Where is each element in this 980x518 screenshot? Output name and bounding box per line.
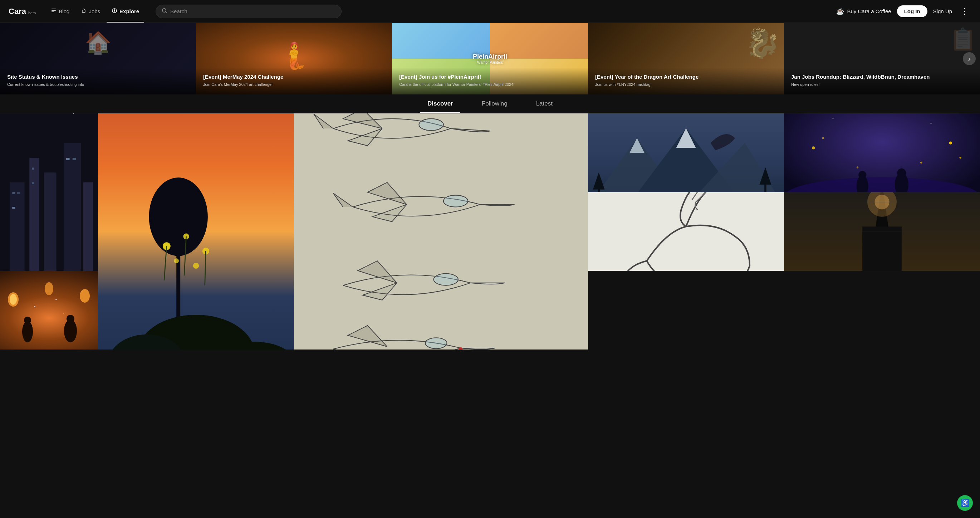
banner-card-jan-jobs[interactable]: 📋 Jan Jobs Roundup: Blizzard, WildbBrain… xyxy=(784,23,980,94)
banner-card-dragon[interactable]: 🐉 [Event] Year of the Dragon Art Challen… xyxy=(588,23,784,94)
svg-point-95 xyxy=(45,282,53,295)
banner-card-mermay[interactable]: 🧜 [Event] MerMay 2024 Challenge Join Car… xyxy=(196,23,392,94)
svg-point-64 xyxy=(959,157,961,158)
artwork-floral-sunset[interactable] xyxy=(98,113,294,349)
svg-point-5 xyxy=(114,10,115,11)
signup-button[interactable]: Sign Up xyxy=(933,8,952,14)
more-options-button[interactable]: ⋮ xyxy=(958,5,971,18)
tab-latest[interactable]: Latest xyxy=(522,94,567,113)
site-logo[interactable]: Carabeta xyxy=(9,7,36,16)
svg-rect-3 xyxy=(82,10,85,13)
svg-rect-20 xyxy=(73,158,76,160)
svg-point-99 xyxy=(56,299,57,300)
svg-rect-12 xyxy=(64,143,81,271)
svg-rect-11 xyxy=(44,172,56,271)
svg-point-71 xyxy=(833,118,834,119)
banner-card-title: [Event] MerMay 2024 Challenge xyxy=(203,73,385,80)
svg-point-65 xyxy=(857,166,858,168)
svg-point-42 xyxy=(419,119,444,131)
navbar: Carabeta Blog Jobs Explore ☕ xyxy=(0,0,980,23)
nav-jobs[interactable]: Jobs xyxy=(76,5,105,18)
banner-card-pleinairpril[interactable]: PleinAirpril Warrior Painters [Event] Jo… xyxy=(392,23,588,94)
artwork-horse-sketch[interactable] xyxy=(588,192,784,271)
svg-point-73 xyxy=(931,123,932,124)
svg-point-92 xyxy=(67,315,75,323)
nav-links: Blog Jobs Explore xyxy=(46,5,144,18)
nav-explore[interactable]: Explore xyxy=(107,5,144,18)
artwork-purple-scene[interactable] xyxy=(784,113,980,192)
blog-icon xyxy=(51,8,57,15)
tab-discover[interactable]: Discover xyxy=(413,94,468,113)
briefcase-icon xyxy=(81,8,87,15)
banner-next-button[interactable]: › xyxy=(963,52,976,65)
banner-card-content: Jan Jobs Roundup: Blizzard, WildbBrain, … xyxy=(784,68,980,94)
banner-card-subtitle: Current known issues & troubleshooting i… xyxy=(7,82,189,87)
svg-rect-82 xyxy=(862,226,902,271)
artwork-dark-city[interactable] xyxy=(0,113,98,271)
svg-rect-18 xyxy=(32,182,34,184)
svg-point-91 xyxy=(64,319,77,343)
svg-point-98 xyxy=(34,306,35,307)
login-button[interactable]: Log In xyxy=(897,5,928,17)
mermay-art: 🧜 xyxy=(278,40,310,71)
banner-section: 🏠 Site Status & Known Issues Current kno… xyxy=(0,23,980,94)
banner-card-subtitle: New open roles! xyxy=(791,82,973,87)
svg-rect-13 xyxy=(83,182,93,271)
tabs-section: Discover Following Latest xyxy=(0,94,980,113)
svg-rect-2 xyxy=(51,11,54,12)
svg-rect-14 xyxy=(12,192,15,194)
banner-card-subtitle: Join us with #LNY2024 hashtag! xyxy=(595,82,777,87)
status-art-icon: 🏠 xyxy=(85,30,111,56)
svg-point-6 xyxy=(162,9,166,12)
svg-point-61 xyxy=(812,146,815,149)
svg-point-62 xyxy=(822,137,824,139)
svg-point-66 xyxy=(920,162,922,164)
svg-point-96 xyxy=(80,289,90,303)
svg-point-70 xyxy=(897,169,906,177)
svg-point-100 xyxy=(63,313,64,314)
svg-point-94 xyxy=(10,294,17,305)
svg-point-90 xyxy=(24,317,31,324)
search-input[interactable] xyxy=(170,8,336,14)
jan-jobs-art: 📋 xyxy=(950,27,977,52)
svg-point-28 xyxy=(149,177,207,256)
tab-following[interactable]: Following xyxy=(468,94,522,113)
svg-rect-16 xyxy=(12,207,15,209)
banner-card-title: [Event] Year of the Dragon Art Challenge xyxy=(595,73,777,80)
svg-rect-10 xyxy=(29,158,39,271)
banner-card-content: [Event] Join us for #PleinAirpril! Cara … xyxy=(392,68,588,94)
svg-point-89 xyxy=(22,321,33,343)
banner-card-site-status[interactable]: 🏠 Site Status & Known Issues Current kno… xyxy=(0,23,196,94)
artwork-dark-tower[interactable] xyxy=(784,192,980,271)
svg-rect-40 xyxy=(294,113,588,349)
svg-point-35 xyxy=(174,258,179,263)
banner-card-content: [Event] Year of the Dragon Art Challenge… xyxy=(588,68,784,94)
dragon-art: 🐉 xyxy=(745,27,780,60)
svg-point-43 xyxy=(444,195,468,207)
buy-coffee-link[interactable]: ☕ Buy Cara a Coffee xyxy=(836,8,891,15)
artwork-sketch-planes[interactable]: sketch concept draft v.3 xyxy=(294,113,588,349)
svg-rect-15 xyxy=(17,192,20,194)
banner-card-subtitle: Join Cara's MerMay 2024 art challenge! xyxy=(203,82,385,87)
explore-icon xyxy=(111,8,117,15)
banner-card-content: [Event] MerMay 2024 Challenge Join Cara'… xyxy=(196,68,392,94)
accessibility-button[interactable]: ♿ xyxy=(957,495,973,511)
svg-rect-1 xyxy=(51,10,56,11)
nav-blog[interactable]: Blog xyxy=(46,5,75,18)
svg-point-44 xyxy=(433,274,458,285)
artwork-mountain-fantasy[interactable] xyxy=(588,113,784,192)
svg-rect-17 xyxy=(32,168,34,170)
banner-card-title: Site Status & Known Issues xyxy=(7,73,189,80)
artwork-warm-lantern[interactable] xyxy=(0,271,98,349)
svg-rect-19 xyxy=(66,158,70,160)
search-bar[interactable] xyxy=(156,5,342,18)
nav-right: ☕ Buy Cara a Coffee Log In Sign Up ⋮ xyxy=(836,5,971,18)
svg-rect-74 xyxy=(588,192,784,271)
svg-point-63 xyxy=(949,141,952,144)
banner-card-subtitle: Cara is the official platform for Warrio… xyxy=(399,82,581,87)
banner-card-content: Site Status & Known Issues Current known… xyxy=(0,68,196,94)
svg-point-45 xyxy=(425,338,447,348)
artwork-grid: sketch concept draft v.3 xyxy=(0,113,980,349)
logo-text: Cara xyxy=(9,7,26,16)
svg-rect-0 xyxy=(51,9,56,9)
